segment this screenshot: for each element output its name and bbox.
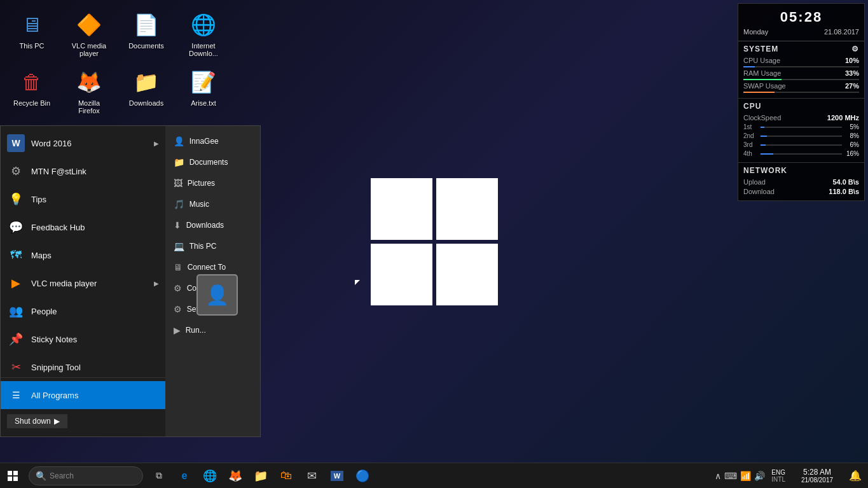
maps-icon: 🗺 (7, 246, 25, 264)
right-run-icon: ▶ (174, 325, 181, 335)
system-section-title: SYSTEM ⚙ (743, 45, 859, 53)
tray-arrow-icon[interactable]: ∧ (715, 471, 721, 481)
arise-icon: 📝 (188, 67, 219, 97)
right-item-run[interactable]: ▶ Run... (169, 321, 257, 339)
core2-row: 2nd 8% (743, 132, 859, 139)
desktop: 🖥 This PC 🔶 VLC media player 📄 Documents… (0, 0, 868, 463)
core3-label: 3rd (743, 141, 757, 148)
taskbar-clock[interactable]: 5:28 AM 21/08/2017 (792, 468, 843, 484)
cpu-section-title: CPU (743, 102, 859, 111)
language-indicator[interactable]: ENG INTL (768, 469, 789, 483)
vlc-label: VLC media player (67, 42, 111, 57)
start-item-sticky-notes[interactable]: 📌 Sticky Notes (1, 325, 165, 353)
start-button[interactable] (0, 463, 25, 489)
task-view-button[interactable]: ⧉ (146, 463, 172, 489)
network-section-title: NETWORK (743, 166, 859, 175)
cpu-section: CPU ClockSpeed 1200 MHz 1st 5% 2nd 8% (738, 99, 864, 163)
desktop-icon-documents[interactable]: 📄 Documents (121, 6, 172, 60)
firefox-icon: 🦊 (74, 67, 104, 97)
volume-icon[interactable]: 🔊 (754, 471, 765, 481)
clock-date: 21/08/2017 (801, 477, 833, 484)
shutdown-button[interactable]: Shut down ▶ (7, 414, 67, 428)
taskbar-search-box[interactable]: 🔍 Search (29, 466, 143, 485)
cpu-bar (743, 66, 755, 67)
desktop-icon-arise[interactable]: 📝 Arise.txt (178, 64, 229, 118)
desktop-icon-vlc[interactable]: 🔶 VLC media player (64, 6, 114, 60)
desktop-icon-internet[interactable]: 🌐 Internet Downlo... (178, 6, 229, 60)
desktop-icon-firefox[interactable]: 🦊 Mozilla Firefox (64, 64, 114, 118)
cpu-bar-container (743, 66, 859, 67)
gear-icon[interactable]: ⚙ (851, 45, 859, 53)
core4-label: 4th (743, 150, 757, 157)
firefox-taskbar-button[interactable]: 🦊 (223, 463, 248, 489)
mtn-icon: ⚙ (7, 162, 25, 180)
start-item-all-programs[interactable]: ☰ All Programs (1, 381, 165, 409)
word-taskbar-icon: W (331, 471, 343, 481)
start-item-word-2016[interactable]: W Word 2016 ▶ (1, 129, 165, 157)
desktop-icon-recycle[interactable]: 🗑 Recycle Bin (6, 64, 57, 118)
ram-bar (743, 79, 782, 80)
this-pc-icon: 🖥 (17, 10, 47, 40)
keyboard-icon[interactable]: ⌨ (724, 471, 737, 481)
start-item-mtn[interactable]: ⚙ MTN F@stLink (1, 157, 165, 185)
desktop-icon-this-pc[interactable]: 🖥 This PC (6, 6, 57, 60)
explorer-button[interactable]: 📁 (248, 463, 273, 489)
extra-taskbar-button[interactable]: 🔵 (350, 463, 375, 489)
start-item-tips[interactable]: 💡 Tips (1, 185, 165, 213)
vlc-menu-icon: ▶ (7, 274, 25, 292)
firefox-taskbar-icon: 🦊 (228, 469, 242, 483)
core2-label: 2nd (743, 132, 757, 139)
widget-day: Monday (743, 28, 768, 36)
people-icon: 👥 (7, 302, 25, 320)
right-control-icon: ⚙ (174, 283, 182, 293)
system-monitor-widget: 05:28 Monday 21.08.2017 SYSTEM ⚙ CPU Usa… (738, 3, 865, 201)
right-item-innagee[interactable]: 👤 InnaGee (169, 132, 257, 150)
edge-button[interactable]: e (172, 463, 197, 489)
documents-icon: 📄 (131, 10, 162, 40)
right-item-this-pc[interactable]: 💻 This PC (169, 237, 257, 255)
search-placeholder: Search (50, 471, 74, 480)
internet-icon: 🌐 (188, 10, 219, 40)
chrome-icon: 🌐 (203, 469, 217, 483)
system-section: SYSTEM ⚙ CPU Usage 10% RAM Usage 33% SWA… (738, 41, 864, 99)
right-item-documents[interactable]: 📁 Documents (169, 153, 257, 171)
store-button[interactable]: 🛍 (273, 463, 299, 489)
right-item-music[interactable]: 🎵 Music (169, 195, 257, 213)
start-item-maps[interactable]: 🗺 Maps (1, 241, 165, 269)
network-section: NETWORK Upload 54.0 B\s Download 118.0 B… (738, 163, 864, 200)
chrome-button[interactable]: 🌐 (197, 463, 223, 489)
start-menu-left: W Word 2016 ▶ ⚙ MTN F@stLink 💡 Tips 💬 Fe… (1, 126, 165, 436)
store-icon: 🛍 (280, 469, 292, 482)
swap-usage-row: SWAP Usage 27% (743, 82, 859, 90)
right-this-pc-icon: 💻 (174, 241, 184, 251)
start-user-avatar-large[interactable]: 👤 (196, 274, 238, 316)
notification-button[interactable]: 🔔 (843, 463, 868, 489)
mail-button[interactable]: ✉ (299, 463, 324, 489)
swap-bar (743, 92, 775, 93)
core4-value: 16% (845, 150, 859, 157)
innagee-icon: 👤 (174, 136, 184, 146)
right-connect-icon: 🖥 (174, 262, 183, 272)
right-item-downloads[interactable]: ⬇ Downloads (169, 216, 257, 234)
upload-row: Upload 54.0 B\s (743, 178, 859, 186)
widget-date: 21.08.2017 (824, 28, 859, 36)
downloads-icon: 📁 (131, 67, 162, 97)
start-item-vlc[interactable]: ▶ VLC media player ▶ (1, 269, 165, 297)
edge-icon: e (182, 470, 188, 482)
right-item-connect-to[interactable]: 🖥 Connect To (169, 258, 257, 276)
internet-label: Internet Downlo... (181, 42, 226, 57)
word-taskbar-button[interactable]: W (324, 463, 350, 489)
desktop-icon-downloads[interactable]: 📁 Downloads (121, 64, 172, 118)
start-item-snipping[interactable]: ✂ Snipping Tool (1, 353, 165, 377)
start-item-people[interactable]: 👥 People (1, 297, 165, 325)
network-tray-icon[interactable]: 📶 (740, 471, 751, 481)
core1-bar (761, 127, 842, 128)
search-icon: 🔍 (36, 471, 46, 481)
right-item-pictures[interactable]: 🖼 Pictures (169, 174, 257, 192)
windows-start-icon (8, 471, 18, 481)
cpu-usage-row: CPU Usage 10% (743, 57, 859, 64)
start-item-feedback[interactable]: 💬 Feedback Hub (1, 213, 165, 241)
feedback-icon: 💬 (7, 218, 25, 236)
snipping-icon: ✂ (7, 358, 25, 376)
extra-taskbar-icon: 🔵 (355, 469, 369, 483)
